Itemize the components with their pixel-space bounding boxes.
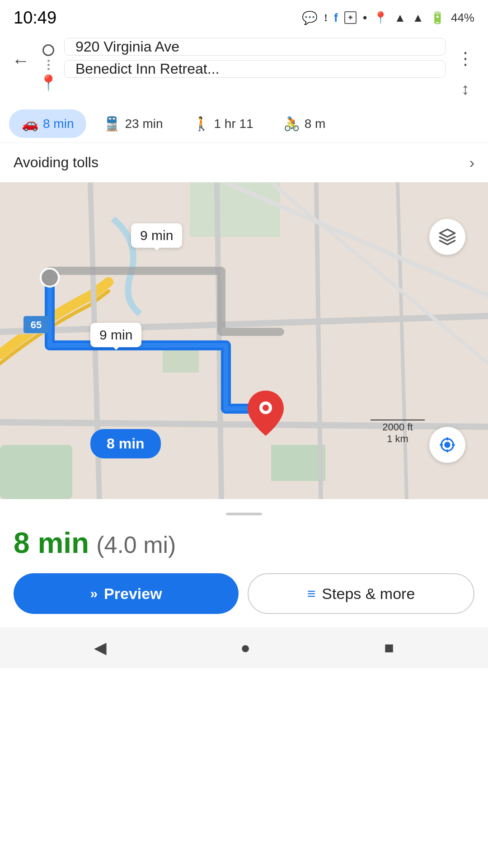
- dot-connector-3: [47, 68, 50, 70]
- dot-icon: •: [363, 10, 367, 25]
- drive-icon: 🚗: [22, 116, 38, 132]
- location-pin-status-icon: 📍: [373, 11, 388, 25]
- tab-drive[interactable]: 🚗 8 min: [9, 109, 86, 138]
- svg-point-19: [444, 442, 450, 448]
- chat-icon: 💬: [302, 10, 318, 25]
- scale-imperial: 2000 ft: [371, 421, 425, 433]
- back-button[interactable]: ←: [9, 48, 33, 74]
- system-home-button[interactable]: ●: [240, 638, 250, 657]
- battery-percent: 44%: [451, 11, 474, 25]
- route-distance: (4.0 mi): [96, 531, 176, 558]
- action-buttons: » Preview ≡ Steps & more: [14, 573, 474, 614]
- steps-label: Steps & more: [322, 585, 415, 603]
- route-label-1: 9 min: [131, 223, 182, 248]
- scale-line: [371, 420, 425, 420]
- my-location-button[interactable]: [429, 427, 465, 463]
- system-home-icon: ●: [240, 638, 250, 657]
- scale-metric: 1 km: [371, 433, 425, 445]
- preview-icon: »: [90, 586, 98, 601]
- status-time: 10:49: [14, 8, 56, 28]
- avoiding-tolls-chevron: ›: [469, 154, 474, 171]
- svg-rect-1: [190, 183, 280, 237]
- svg-point-13: [41, 269, 59, 287]
- swap-icon: ↕: [461, 80, 469, 99]
- battery-icon: 🔋: [430, 11, 445, 25]
- tab-walk-label: 1 hr 11: [214, 117, 253, 131]
- best-route-label: 8 min: [90, 429, 161, 458]
- drag-handle[interactable]: [226, 513, 262, 515]
- system-back-button[interactable]: ◀: [94, 638, 107, 657]
- system-nav-bar: ◀ ● ■: [0, 627, 488, 668]
- route-summary: 8 min (4.0 mi): [14, 526, 474, 560]
- steps-icon: ≡: [307, 585, 316, 602]
- svg-text:65: 65: [31, 319, 42, 330]
- transport-tabs: 🚗 8 min 🚆 23 min 🚶 1 hr 11 🚴 8 m: [0, 105, 488, 143]
- svg-point-16: [263, 405, 269, 411]
- my-location-icon: [438, 436, 456, 454]
- system-back-icon: ◀: [94, 638, 107, 657]
- wifi-icon: ▲: [394, 11, 406, 25]
- steps-more-button[interactable]: ≡ Steps & more: [248, 573, 474, 614]
- map-svg: 65: [0, 183, 488, 499]
- status-icons: 💬 ! f ✦ • 📍 ▲ ▲ 🔋 44%: [302, 10, 474, 25]
- tab-drive-label: 8 min: [43, 117, 74, 131]
- avoiding-tolls-bar[interactable]: Avoiding tolls ›: [0, 143, 488, 183]
- map-scale: 2000 ft 1 km: [371, 420, 425, 445]
- shazam-icon: !: [324, 12, 328, 24]
- system-recents-button[interactable]: ■: [384, 638, 394, 657]
- bottom-panel: 8 min (4.0 mi) » Preview ≡ Steps & more: [0, 499, 488, 623]
- dot-connector-2: [47, 64, 50, 66]
- layers-icon: [438, 228, 456, 246]
- star-icon: ✦: [344, 11, 357, 24]
- tab-bike[interactable]: 🚴 8 m: [271, 109, 338, 138]
- origin-input[interactable]: [64, 38, 446, 56]
- tab-transit-label: 23 min: [125, 117, 163, 131]
- bike-icon: 🚴: [283, 116, 300, 132]
- map-layers-button[interactable]: [429, 219, 465, 255]
- avoiding-tolls-label: Avoiding tolls: [14, 154, 99, 171]
- origin-circle-icon: [42, 44, 54, 56]
- status-bar: 10:49 💬 ! f ✦ • 📍 ▲ ▲ 🔋 44%: [0, 0, 488, 32]
- system-recents-icon: ■: [384, 638, 394, 657]
- signal-icon: ▲: [412, 11, 424, 25]
- nav-inputs: [64, 38, 446, 78]
- tab-transit[interactable]: 🚆 23 min: [91, 109, 175, 138]
- route-label-2: 9 min: [90, 323, 141, 347]
- transit-icon: 🚆: [103, 116, 120, 132]
- destination-pin-icon: 📍: [39, 74, 58, 92]
- swap-directions-button[interactable]: ↕: [452, 80, 479, 99]
- route-time: 8 min: [14, 526, 89, 560]
- svg-rect-2: [271, 445, 325, 481]
- map-container[interactable]: 65 9 min 9 min 8 min 2000 ft 1 km: [0, 183, 488, 499]
- facebook-icon: f: [334, 11, 338, 25]
- preview-label: Preview: [104, 585, 162, 603]
- more-options-button[interactable]: ⋮: [454, 46, 477, 71]
- preview-button[interactable]: » Preview: [14, 573, 239, 614]
- destination-input[interactable]: [64, 60, 446, 78]
- tab-walk[interactable]: 🚶 1 hr 11: [180, 109, 266, 138]
- dot-connector-1: [47, 60, 50, 62]
- svg-rect-3: [0, 445, 72, 499]
- tab-bike-label: 8 m: [305, 117, 326, 131]
- walk-icon: 🚶: [193, 116, 210, 132]
- nav-bar: ← 📍 ⋮ ↕: [0, 32, 488, 105]
